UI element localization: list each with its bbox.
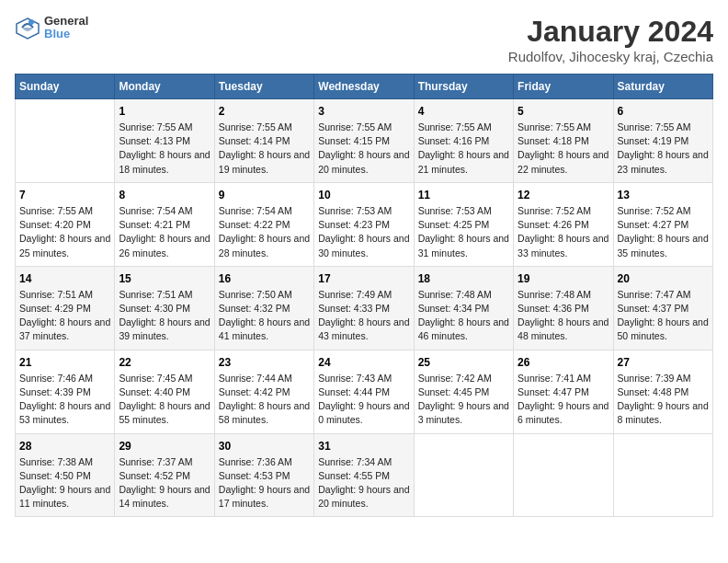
week-row-2: 7Sunrise: 7:55 AMSunset: 4:20 PMDaylight… — [16, 182, 713, 266]
calendar-cell: 3Sunrise: 7:55 AMSunset: 4:15 PMDaylight… — [314, 99, 414, 183]
cell-info: Sunrise: 7:37 AMSunset: 4:52 PMDaylight:… — [119, 455, 210, 511]
cell-info: Sunrise: 7:54 AMSunset: 4:22 PMDaylight:… — [219, 204, 310, 260]
day-number: 18 — [418, 272, 509, 285]
cell-info: Sunrise: 7:39 AMSunset: 4:48 PMDaylight:… — [618, 372, 709, 428]
day-number: 26 — [518, 356, 609, 369]
calendar-table: SundayMondayTuesdayWednesdayThursdayFrid… — [15, 74, 713, 517]
calendar-cell: 28Sunrise: 7:38 AMSunset: 4:50 PMDayligh… — [16, 433, 115, 517]
cell-info: Sunrise: 7:55 AMSunset: 4:15 PMDaylight:… — [318, 121, 409, 177]
day-number: 10 — [318, 189, 409, 201]
cell-info: Sunrise: 7:53 AMSunset: 4:23 PMDaylight:… — [318, 204, 409, 260]
logo-line2: Blue — [44, 28, 88, 40]
day-number: 21 — [19, 356, 110, 369]
day-number: 25 — [418, 356, 509, 369]
calendar-cell: 24Sunrise: 7:43 AMSunset: 4:44 PMDayligh… — [314, 350, 414, 433]
week-row-4: 21Sunrise: 7:46 AMSunset: 4:39 PMDayligh… — [16, 350, 713, 433]
day-number: 19 — [518, 272, 609, 285]
header-row: SundayMondayTuesdayWednesdayThursdayFrid… — [16, 75, 713, 99]
day-number: 31 — [318, 440, 409, 453]
day-number: 29 — [119, 440, 210, 453]
calendar-cell: 19Sunrise: 7:48 AMSunset: 4:36 PMDayligh… — [514, 266, 613, 350]
cell-info: Sunrise: 7:38 AMSunset: 4:50 PMDaylight:… — [19, 455, 110, 511]
calendar-cell: 11Sunrise: 7:53 AMSunset: 4:25 PMDayligh… — [414, 182, 513, 266]
header: General Blue January 2024 Rudolfov, Jiho… — [15, 15, 713, 64]
calendar-cell: 17Sunrise: 7:49 AMSunset: 4:33 PMDayligh… — [314, 266, 414, 350]
calendar-cell: 16Sunrise: 7:50 AMSunset: 4:32 PMDayligh… — [214, 266, 313, 350]
day-number: 4 — [418, 105, 509, 118]
day-number: 11 — [418, 189, 509, 201]
cell-info: Sunrise: 7:47 AMSunset: 4:37 PMDaylight:… — [618, 288, 709, 344]
calendar-cell: 7Sunrise: 7:55 AMSunset: 4:20 PMDaylight… — [16, 182, 115, 266]
title-area: January 2024 Rudolfov, Jihocesky kraj, C… — [508, 15, 713, 64]
day-header-sunday: Sunday — [16, 75, 115, 99]
calendar-cell: 26Sunrise: 7:41 AMSunset: 4:47 PMDayligh… — [514, 350, 613, 433]
day-header-thursday: Thursday — [414, 75, 513, 99]
day-number: 2 — [219, 105, 310, 118]
cell-info: Sunrise: 7:55 AMSunset: 4:14 PMDaylight:… — [219, 121, 310, 177]
calendar-cell: 9Sunrise: 7:54 AMSunset: 4:22 PMDaylight… — [214, 182, 313, 266]
cell-info: Sunrise: 7:48 AMSunset: 4:34 PMDaylight:… — [418, 288, 509, 344]
calendar-cell: 2Sunrise: 7:55 AMSunset: 4:14 PMDaylight… — [214, 99, 313, 183]
logo-icon — [15, 15, 40, 40]
week-row-3: 14Sunrise: 7:51 AMSunset: 4:29 PMDayligh… — [16, 266, 713, 350]
calendar-title: January 2024 — [508, 15, 713, 49]
calendar-cell: 31Sunrise: 7:34 AMSunset: 4:55 PMDayligh… — [314, 433, 414, 517]
day-number: 27 — [618, 356, 709, 369]
calendar-cell: 22Sunrise: 7:45 AMSunset: 4:40 PMDayligh… — [115, 350, 214, 433]
day-header-friday: Friday — [514, 75, 613, 99]
calendar-cell: 1Sunrise: 7:55 AMSunset: 4:13 PMDaylight… — [115, 99, 214, 183]
day-number: 14 — [19, 272, 110, 285]
cell-info: Sunrise: 7:49 AMSunset: 4:33 PMDaylight:… — [318, 288, 409, 344]
day-number: 20 — [618, 272, 709, 285]
day-number: 8 — [119, 189, 210, 201]
calendar-cell: 4Sunrise: 7:55 AMSunset: 4:16 PMDaylight… — [414, 99, 513, 183]
cell-info: Sunrise: 7:48 AMSunset: 4:36 PMDaylight:… — [518, 288, 609, 344]
day-header-saturday: Saturday — [613, 75, 712, 99]
calendar-cell: 10Sunrise: 7:53 AMSunset: 4:23 PMDayligh… — [314, 182, 414, 266]
cell-info: Sunrise: 7:46 AMSunset: 4:39 PMDaylight:… — [19, 372, 110, 428]
cell-info: Sunrise: 7:44 AMSunset: 4:42 PMDaylight:… — [219, 372, 310, 428]
cell-info: Sunrise: 7:55 AMSunset: 4:16 PMDaylight:… — [418, 121, 509, 177]
cell-info: Sunrise: 7:42 AMSunset: 4:45 PMDaylight:… — [418, 372, 509, 428]
calendar-cell: 5Sunrise: 7:55 AMSunset: 4:18 PMDaylight… — [514, 99, 613, 183]
calendar-cell: 12Sunrise: 7:52 AMSunset: 4:26 PMDayligh… — [514, 182, 613, 266]
calendar-cell — [414, 433, 513, 517]
logo-line1: General — [44, 15, 88, 28]
cell-info: Sunrise: 7:36 AMSunset: 4:53 PMDaylight:… — [219, 455, 310, 511]
cell-info: Sunrise: 7:41 AMSunset: 4:47 PMDaylight:… — [518, 372, 609, 428]
cell-info: Sunrise: 7:43 AMSunset: 4:44 PMDaylight:… — [318, 372, 409, 428]
day-number: 28 — [19, 440, 110, 453]
day-number: 15 — [119, 272, 210, 285]
cell-info: Sunrise: 7:55 AMSunset: 4:18 PMDaylight:… — [518, 121, 609, 177]
cell-info: Sunrise: 7:55 AMSunset: 4:19 PMDaylight:… — [618, 121, 709, 177]
day-number: 12 — [518, 189, 609, 201]
calendar-cell — [514, 433, 613, 517]
calendar-cell: 18Sunrise: 7:48 AMSunset: 4:34 PMDayligh… — [414, 266, 513, 350]
calendar-cell: 30Sunrise: 7:36 AMSunset: 4:53 PMDayligh… — [214, 433, 313, 517]
cell-info: Sunrise: 7:34 AMSunset: 4:55 PMDaylight:… — [318, 455, 409, 511]
cell-info: Sunrise: 7:55 AMSunset: 4:20 PMDaylight:… — [19, 204, 110, 260]
day-number: 24 — [318, 356, 409, 369]
day-number: 17 — [318, 272, 409, 285]
cell-info: Sunrise: 7:53 AMSunset: 4:25 PMDaylight:… — [418, 204, 509, 260]
cell-info: Sunrise: 7:55 AMSunset: 4:13 PMDaylight:… — [119, 121, 210, 177]
cell-info: Sunrise: 7:51 AMSunset: 4:29 PMDaylight:… — [19, 288, 110, 344]
day-number: 6 — [618, 105, 709, 118]
day-number: 9 — [219, 189, 310, 201]
day-number: 30 — [219, 440, 310, 453]
day-number: 5 — [518, 105, 609, 118]
calendar-cell: 20Sunrise: 7:47 AMSunset: 4:37 PMDayligh… — [613, 266, 712, 350]
calendar-subtitle: Rudolfov, Jihocesky kraj, Czechia — [508, 49, 713, 64]
week-row-1: 1Sunrise: 7:55 AMSunset: 4:13 PMDaylight… — [16, 99, 713, 183]
day-number: 22 — [119, 356, 210, 369]
cell-info: Sunrise: 7:51 AMSunset: 4:30 PMDaylight:… — [119, 288, 210, 344]
cell-info: Sunrise: 7:50 AMSunset: 4:32 PMDaylight:… — [219, 288, 310, 344]
calendar-cell: 14Sunrise: 7:51 AMSunset: 4:29 PMDayligh… — [16, 266, 115, 350]
calendar-cell: 13Sunrise: 7:52 AMSunset: 4:27 PMDayligh… — [613, 182, 712, 266]
day-number: 7 — [19, 189, 110, 201]
calendar-cell — [16, 99, 115, 183]
logo: General Blue — [15, 15, 88, 41]
cell-info: Sunrise: 7:54 AMSunset: 4:21 PMDaylight:… — [119, 204, 210, 260]
calendar-cell: 25Sunrise: 7:42 AMSunset: 4:45 PMDayligh… — [414, 350, 513, 433]
day-number: 3 — [318, 105, 409, 118]
